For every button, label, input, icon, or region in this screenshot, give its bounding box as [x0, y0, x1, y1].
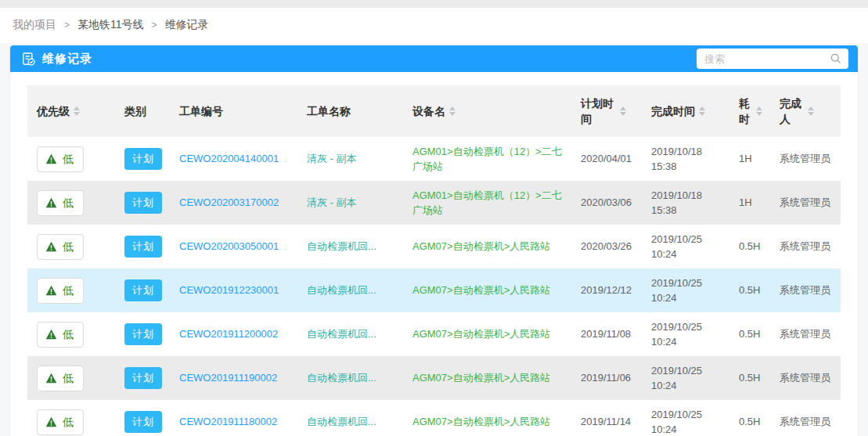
- device-name[interactable]: AGM01>自动检票机（12）>二七广场站: [412, 189, 562, 217]
- breadcrumb-bar: 我的项目 > 某地铁11号线 > 维修记录: [0, 8, 868, 43]
- priority-badge[interactable]: 低: [37, 234, 84, 260]
- work-order-name[interactable]: 自动检票机回...: [307, 328, 376, 340]
- category-badge: 计划: [124, 411, 162, 433]
- table-row[interactable]: 低计划CEWO201911180002自动检票机回...AGM07>自动检票机>…: [27, 400, 841, 436]
- sort-icon[interactable]: [756, 106, 762, 116]
- work-order-link[interactable]: CEWO201911200002: [179, 328, 278, 340]
- cell-duration: 0.5H: [729, 225, 770, 268]
- sort-icon[interactable]: [74, 106, 80, 116]
- cell-completed: 2019/10/25 10:24: [642, 400, 729, 436]
- column-header-completer[interactable]: 完成人: [770, 85, 841, 137]
- cell-text-completer: 系统管理员: [780, 153, 830, 164]
- warning-icon: [45, 329, 57, 340]
- cell-order_no: CEWO201911200002: [170, 312, 297, 356]
- cell-text-completer: 系统管理员: [780, 284, 830, 296]
- table-row[interactable]: 低计划CEWO202003170002清灰 - 副本AGM01>自动检票机（12…: [27, 181, 841, 225]
- cell-completed: 2019/10/25 10:24: [642, 312, 729, 356]
- cell-device: AGM07>自动检票机>人民路站: [403, 225, 571, 268]
- search-input[interactable]: [697, 49, 848, 69]
- cell-text-completer: 系统管理员: [780, 328, 830, 340]
- cell-text-completed: 2019/10/18 15:38: [651, 146, 702, 173]
- table-row[interactable]: 低计划CEWO201911190002自动检票机回...AGM07>自动检票机>…: [27, 356, 841, 400]
- priority-badge[interactable]: 低: [37, 322, 84, 348]
- cell-category: 计划: [115, 225, 170, 268]
- device-name[interactable]: AGM01>自动检票机（12）>二七广场站: [412, 146, 562, 173]
- cell-duration: 0.5H: [729, 356, 770, 400]
- device-name[interactable]: AGM07>自动检票机>人民路站: [412, 372, 550, 384]
- cell-text-planned: 2019/11/08: [581, 328, 631, 340]
- cell-duration: 0.5H: [729, 400, 770, 436]
- cell-device: AGM01>自动检票机（12）>二七广场站: [403, 181, 571, 225]
- cell-planned: 2020/04/01: [571, 137, 642, 181]
- device-name[interactable]: AGM07>自动检票机>人民路站: [412, 328, 550, 340]
- device-name[interactable]: AGM07>自动检票机>人民路站: [412, 240, 550, 252]
- work-order-name[interactable]: 自动检票机回...: [307, 416, 376, 427]
- cell-priority: 低: [27, 225, 115, 268]
- warning-icon: [45, 285, 57, 296]
- cell-category: 计划: [115, 400, 170, 436]
- warning-icon: [45, 241, 57, 252]
- cell-text-duration: 1H: [739, 196, 752, 208]
- cell-category: 计划: [115, 268, 170, 312]
- table-row[interactable]: 低计划CEWO202003050001自动检票机回...AGM07>自动检票机>…: [27, 225, 841, 268]
- sort-icon[interactable]: [699, 106, 705, 116]
- device-name[interactable]: AGM07>自动检票机>人民路站: [412, 416, 550, 427]
- sort-icon[interactable]: [808, 106, 814, 116]
- column-header-planned[interactable]: 计划时间: [571, 85, 642, 137]
- work-order-name[interactable]: 清灰 - 副本: [307, 153, 357, 164]
- cell-device: AGM07>自动检票机>人民路站: [403, 400, 571, 436]
- cell-duration: 0.5H: [729, 312, 770, 356]
- table-row[interactable]: 低计划CEWO201912230001自动检票机回...AGM07>自动检票机>…: [27, 268, 841, 312]
- device-name[interactable]: AGM07>自动检票机>人民路站: [412, 284, 550, 296]
- cell-text-completed: 2019/10/18 15:38: [651, 189, 702, 217]
- cell-completed: 2019/10/25 10:24: [642, 225, 729, 268]
- column-header-priority[interactable]: 优先级: [27, 85, 115, 137]
- work-order-name[interactable]: 自动检票机回...: [307, 284, 376, 296]
- cell-text-duration: 1H: [739, 153, 752, 164]
- column-label: 工单名称: [307, 103, 351, 119]
- cell-text-planned: 2020/03/06: [581, 196, 632, 208]
- breadcrumb-item-metro-line[interactable]: 某地铁11号线: [77, 18, 144, 32]
- work-order-name[interactable]: 自动检票机回...: [307, 372, 376, 384]
- priority-badge[interactable]: 低: [37, 278, 84, 304]
- cell-completed: 2019/10/25 10:24: [642, 356, 729, 400]
- column-header-device[interactable]: 设备名: [403, 85, 571, 137]
- work-order-name[interactable]: 自动检票机回...: [307, 240, 376, 252]
- table-row[interactable]: 低计划CEWO202004140001清灰 - 副本AGM01>自动检票机（12…: [27, 137, 841, 181]
- table-row[interactable]: 低计划CEWO201911200002自动检票机回...AGM07>自动检票机>…: [27, 312, 841, 356]
- work-order-link[interactable]: CEWO201911190002: [179, 372, 277, 384]
- column-label: 设备名: [412, 103, 445, 119]
- cell-category: 计划: [115, 181, 170, 225]
- cell-text-completer: 系统管理员: [780, 372, 830, 384]
- cell-priority: 低: [27, 181, 115, 225]
- work-order-link[interactable]: CEWO202004140001: [179, 153, 279, 164]
- search-icon[interactable]: [830, 52, 842, 67]
- top-strip: [0, 0, 868, 8]
- sort-icon[interactable]: [620, 106, 626, 116]
- column-header-duration[interactable]: 耗时: [729, 85, 770, 137]
- work-order-link[interactable]: CEWO201911180002: [179, 416, 277, 427]
- priority-badge[interactable]: 低: [37, 366, 84, 391]
- cell-text-duration: 0.5H: [739, 328, 760, 340]
- priority-badge[interactable]: 低: [37, 409, 84, 435]
- cell-text-duration: 0.5H: [739, 240, 760, 252]
- column-label: 完成人: [780, 95, 804, 128]
- cell-priority: 低: [27, 137, 115, 181]
- work-order-link[interactable]: CEWO201912230001: [179, 284, 279, 296]
- work-order-name[interactable]: 清灰 - 副本: [307, 196, 357, 208]
- warning-icon: [45, 373, 57, 384]
- column-header-order_name: 工单名称: [297, 85, 403, 137]
- cell-text-duration: 0.5H: [739, 372, 760, 384]
- column-label: 优先级: [37, 103, 70, 119]
- cell-completer: 系统管理员: [770, 137, 841, 181]
- column-header-completed[interactable]: 完成时间: [642, 85, 729, 137]
- sort-icon[interactable]: [449, 106, 456, 116]
- cell-planned: 2019/11/14: [571, 400, 642, 436]
- cell-completed: 2019/10/25 10:24: [642, 268, 729, 312]
- priority-badge[interactable]: 低: [37, 146, 84, 172]
- cell-order_name: 自动检票机回...: [297, 312, 403, 356]
- priority-badge[interactable]: 低: [37, 190, 84, 216]
- work-order-link[interactable]: CEWO202003170002: [179, 196, 279, 208]
- breadcrumb-item-my-projects[interactable]: 我的项目: [13, 18, 56, 32]
- work-order-link[interactable]: CEWO202003050001: [179, 240, 279, 252]
